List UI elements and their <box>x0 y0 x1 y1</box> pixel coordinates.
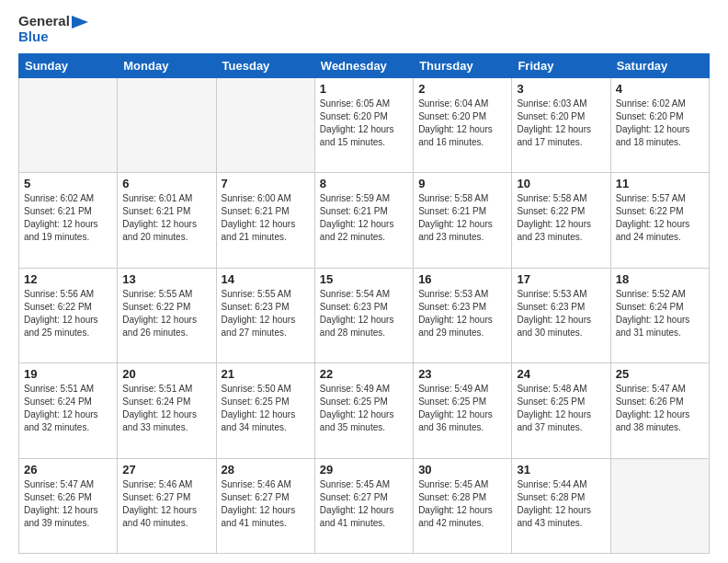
svg-marker-0 <box>72 16 88 29</box>
calendar-cell <box>19 78 118 173</box>
day-info: Sunrise: 5:51 AM Sunset: 6:24 PM Dayligh… <box>24 383 112 434</box>
calendar-cell: 28Sunrise: 5:46 AM Sunset: 6:27 PM Dayli… <box>216 458 314 553</box>
calendar-cell: 4Sunrise: 6:02 AM Sunset: 6:20 PM Daylig… <box>610 78 709 173</box>
day-number: 8 <box>320 177 408 190</box>
day-info: Sunrise: 5:53 AM Sunset: 6:23 PM Dayligh… <box>517 288 605 339</box>
calendar-week-row: 26Sunrise: 5:47 AM Sunset: 6:26 PM Dayli… <box>19 458 710 553</box>
calendar-cell: 15Sunrise: 5:54 AM Sunset: 6:23 PM Dayli… <box>314 268 413 362</box>
day-number: 29 <box>320 463 408 477</box>
header: General Blue <box>18 14 710 44</box>
day-number: 21 <box>222 367 310 381</box>
day-info: Sunrise: 6:01 AM Sunset: 6:21 PM Dayligh… <box>122 192 210 244</box>
day-info: Sunrise: 5:45 AM Sunset: 6:28 PM Dayligh… <box>418 478 506 530</box>
calendar-day-header: Monday <box>118 54 216 78</box>
day-number: 1 <box>320 82 408 96</box>
calendar-week-row: 5Sunrise: 6:02 AM Sunset: 6:21 PM Daylig… <box>19 173 710 268</box>
day-number: 25 <box>616 367 704 381</box>
day-info: Sunrise: 5:46 AM Sunset: 6:27 PM Dayligh… <box>122 478 210 530</box>
day-info: Sunrise: 5:59 AM Sunset: 6:21 PM Dayligh… <box>320 192 408 244</box>
calendar-cell: 9Sunrise: 5:58 AM Sunset: 6:21 PM Daylig… <box>414 173 512 268</box>
day-info: Sunrise: 5:56 AM Sunset: 6:22 PM Dayligh… <box>24 288 112 339</box>
calendar-cell: 23Sunrise: 5:49 AM Sunset: 6:25 PM Dayli… <box>414 363 512 458</box>
calendar-day-header: Friday <box>512 54 610 78</box>
calendar-cell: 17Sunrise: 5:53 AM Sunset: 6:23 PM Dayli… <box>512 268 610 362</box>
day-info: Sunrise: 5:46 AM Sunset: 6:27 PM Dayligh… <box>222 478 310 530</box>
logo-general: General <box>18 14 88 29</box>
day-info: Sunrise: 5:47 AM Sunset: 6:26 PM Dayligh… <box>616 383 704 434</box>
day-info: Sunrise: 6:02 AM Sunset: 6:21 PM Dayligh… <box>24 192 112 244</box>
day-number: 14 <box>222 272 310 286</box>
calendar-cell: 13Sunrise: 5:55 AM Sunset: 6:22 PM Dayli… <box>118 268 216 362</box>
calendar-cell: 8Sunrise: 5:59 AM Sunset: 6:21 PM Daylig… <box>314 173 413 268</box>
day-number: 19 <box>24 367 112 381</box>
day-number: 16 <box>418 272 506 286</box>
day-info: Sunrise: 5:48 AM Sunset: 6:25 PM Dayligh… <box>517 383 605 434</box>
day-number: 3 <box>517 82 605 96</box>
day-info: Sunrise: 5:57 AM Sunset: 6:22 PM Dayligh… <box>616 192 704 244</box>
calendar-day-header: Tuesday <box>216 54 314 78</box>
calendar-cell: 12Sunrise: 5:56 AM Sunset: 6:22 PM Dayli… <box>19 268 118 362</box>
logo-blue: Blue <box>18 29 88 45</box>
day-info: Sunrise: 5:50 AM Sunset: 6:25 PM Dayligh… <box>222 383 310 434</box>
calendar-cell: 20Sunrise: 5:51 AM Sunset: 6:24 PM Dayli… <box>118 363 216 458</box>
calendar-cell: 22Sunrise: 5:49 AM Sunset: 6:25 PM Dayli… <box>314 363 413 458</box>
day-info: Sunrise: 5:49 AM Sunset: 6:25 PM Dayligh… <box>418 383 506 434</box>
day-info: Sunrise: 5:45 AM Sunset: 6:27 PM Dayligh… <box>320 478 408 530</box>
day-info: Sunrise: 5:54 AM Sunset: 6:23 PM Dayligh… <box>320 288 408 339</box>
day-info: Sunrise: 6:00 AM Sunset: 6:21 PM Dayligh… <box>222 192 310 244</box>
day-number: 15 <box>320 272 408 286</box>
calendar-week-row: 12Sunrise: 5:56 AM Sunset: 6:22 PM Dayli… <box>19 268 710 362</box>
logo: General Blue <box>18 14 88 44</box>
day-info: Sunrise: 6:04 AM Sunset: 6:20 PM Dayligh… <box>418 98 506 149</box>
day-number: 27 <box>122 463 210 477</box>
day-number: 10 <box>517 177 605 190</box>
day-number: 18 <box>616 272 704 286</box>
calendar-cell: 25Sunrise: 5:47 AM Sunset: 6:26 PM Dayli… <box>610 363 709 458</box>
day-number: 23 <box>418 367 506 381</box>
day-number: 20 <box>122 367 210 381</box>
calendar-cell: 18Sunrise: 5:52 AM Sunset: 6:24 PM Dayli… <box>610 268 709 362</box>
day-info: Sunrise: 5:58 AM Sunset: 6:22 PM Dayligh… <box>517 192 605 244</box>
day-number: 9 <box>418 177 506 190</box>
day-info: Sunrise: 6:02 AM Sunset: 6:20 PM Dayligh… <box>616 98 704 149</box>
calendar-cell: 11Sunrise: 5:57 AM Sunset: 6:22 PM Dayli… <box>610 173 709 268</box>
day-number: 7 <box>222 177 310 190</box>
calendar-cell: 21Sunrise: 5:50 AM Sunset: 6:25 PM Dayli… <box>216 363 314 458</box>
calendar-cell: 24Sunrise: 5:48 AM Sunset: 6:25 PM Dayli… <box>512 363 610 458</box>
day-number: 4 <box>616 82 704 96</box>
calendar-cell: 1Sunrise: 6:05 AM Sunset: 6:20 PM Daylig… <box>314 78 413 173</box>
day-number: 17 <box>517 272 605 286</box>
calendar-cell <box>610 458 709 553</box>
day-info: Sunrise: 5:52 AM Sunset: 6:24 PM Dayligh… <box>616 288 704 339</box>
calendar-cell: 30Sunrise: 5:45 AM Sunset: 6:28 PM Dayli… <box>414 458 512 553</box>
day-number: 13 <box>122 272 210 286</box>
day-info: Sunrise: 5:55 AM Sunset: 6:22 PM Dayligh… <box>122 288 210 339</box>
day-info: Sunrise: 5:55 AM Sunset: 6:23 PM Dayligh… <box>222 288 310 339</box>
day-info: Sunrise: 5:44 AM Sunset: 6:28 PM Dayligh… <box>517 478 605 530</box>
page: General Blue SundayMondayTuesdayWednesda… <box>0 0 728 563</box>
day-number: 31 <box>517 463 605 477</box>
day-number: 28 <box>222 463 310 477</box>
calendar-day-header: Sunday <box>19 54 118 78</box>
calendar-cell: 10Sunrise: 5:58 AM Sunset: 6:22 PM Dayli… <box>512 173 610 268</box>
day-number: 6 <box>122 177 210 190</box>
calendar-cell: 29Sunrise: 5:45 AM Sunset: 6:27 PM Dayli… <box>314 458 413 553</box>
calendar-cell: 3Sunrise: 6:03 AM Sunset: 6:20 PM Daylig… <box>512 78 610 173</box>
calendar-day-header: Saturday <box>610 54 709 78</box>
day-number: 26 <box>24 463 112 477</box>
day-info: Sunrise: 5:47 AM Sunset: 6:26 PM Dayligh… <box>24 478 112 530</box>
calendar-week-row: 19Sunrise: 5:51 AM Sunset: 6:24 PM Dayli… <box>19 363 710 458</box>
calendar-day-header: Thursday <box>414 54 512 78</box>
calendar-cell: 31Sunrise: 5:44 AM Sunset: 6:28 PM Dayli… <box>512 458 610 553</box>
day-info: Sunrise: 5:58 AM Sunset: 6:21 PM Dayligh… <box>418 192 506 244</box>
calendar-cell: 7Sunrise: 6:00 AM Sunset: 6:21 PM Daylig… <box>216 173 314 268</box>
calendar-cell: 16Sunrise: 5:53 AM Sunset: 6:23 PM Dayli… <box>414 268 512 362</box>
calendar-cell: 2Sunrise: 6:04 AM Sunset: 6:20 PM Daylig… <box>414 78 512 173</box>
day-number: 30 <box>418 463 506 477</box>
calendar-header-row: SundayMondayTuesdayWednesdayThursdayFrid… <box>19 54 710 78</box>
day-info: Sunrise: 5:53 AM Sunset: 6:23 PM Dayligh… <box>418 288 506 339</box>
calendar-cell <box>216 78 314 173</box>
day-number: 24 <box>517 367 605 381</box>
day-number: 5 <box>24 177 112 190</box>
day-number: 11 <box>616 177 704 190</box>
